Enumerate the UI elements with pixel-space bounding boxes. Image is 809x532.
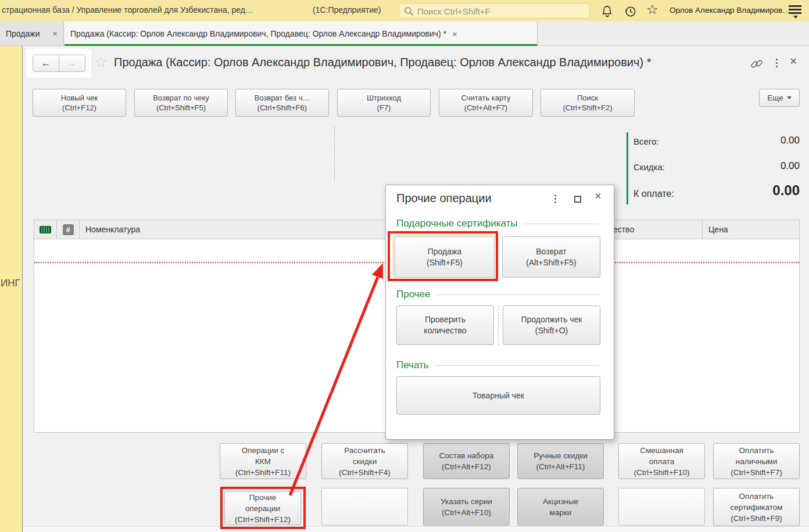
sales-receipt-button[interactable]: Товарный чек [396,376,600,415]
total-label: Всего: [633,136,659,146]
return-by-receipt-button[interactable]: Возврат по чеку (Ctrl+Shift+F5) [134,89,228,117]
window-title: страционная база / Управление торговлей … [2,5,253,15]
more-button-label: Еще [767,94,783,102]
amount-due-value: 0.00 [668,182,800,199]
excise-stamps-button[interactable]: Акцизные марки [517,488,604,526]
favorites-star-icon[interactable]: ☆ [646,2,658,17]
section-gift-certificates: Подарочные сертификаты [396,218,599,229]
background-window-text: ИНГ [1,278,20,289]
link-icon[interactable] [750,57,763,70]
other-operations-dialog: Прочие операции × Подарочные сертификаты… [385,185,614,440]
back-button[interactable]: ← [33,55,59,72]
app-name: (1С:Предприятие) [313,5,381,15]
specify-series-button[interactable]: Указать серии (Ctrl+Alt+F10) [423,488,510,526]
kkm-operations-button[interactable]: Операции с ККМ (Ctrl+Shift+F11) [220,443,306,479]
tab-close-icon[interactable]: × [52,28,58,38]
section-other: Прочее [396,289,599,300]
tab-sales-label: Продажи [6,29,40,38]
pay-certificate-button[interactable]: Оплатить сертификатом (Ctrl+Shift+F9) [713,488,800,526]
read-card-button[interactable]: Считать карту (Ctrl+Alt+F7) [439,89,533,117]
continue-receipt-button[interactable]: Продолжить чек (Shift+O) [503,305,600,345]
main-menu-icon[interactable] [789,5,803,19]
dialog-close-icon[interactable]: × [595,189,602,203]
dialog-maximize-icon[interactable] [574,196,581,203]
tab-sale-label: Продажа (Кассир: Орлов Александр Владими… [70,29,446,38]
close-form-icon[interactable]: × [790,54,797,68]
mixed-payment-button[interactable]: Смешанная оплата (Ctrl+Shift+F10) [618,443,705,479]
calculate-discounts-button[interactable]: Рассчитать скидки (Ctrl+Shift+F4) [321,443,408,479]
empty-button-slot [321,488,408,526]
user-name[interactable]: Орлов Александр Владимиров… [670,6,790,15]
tab-sales[interactable]: Продажи × [0,21,64,45]
hash-icon: # [63,224,74,235]
totals-accent-bar [627,132,628,204]
column-header-price[interactable]: Цена [703,220,799,239]
barcode-button[interactable]: Штрихкод (F7) [337,89,431,117]
manual-discounts-button[interactable]: Ручные скидки (Ctrl+Alt+F11) [517,443,604,479]
barcode-column-header[interactable] [34,220,57,239]
barcode-icon [40,226,51,233]
tabbar: Продажи × Продажа (Кассир: Орлов Алексан… [0,21,809,46]
tab-close-icon[interactable]: × [452,29,457,39]
favorite-star-icon[interactable]: ☆ [94,53,108,71]
form-footer [23,526,809,532]
chevron-down-icon [787,96,792,99]
button-group-separator [498,305,499,345]
other-operations-button[interactable]: Прочие операции (Ctrl+Shift+F12) [224,491,301,525]
empty-button-slot [618,488,705,526]
discount-value: 0.00 [668,160,800,172]
more-options-kebab-icon[interactable] [776,59,778,60]
number-column-header[interactable]: # [57,220,80,239]
notifications-bell-icon[interactable] [599,3,614,19]
forward-button[interactable]: → [59,55,85,72]
new-receipt-button[interactable]: Новый чек (Ctrl+F12) [33,89,126,117]
dialog-kebab-icon[interactable] [554,195,556,196]
set-contents-button[interactable]: Состав набора (Ctrl+Alt+F12) [423,443,510,479]
certificate-sale-button[interactable]: Продажа (Shift+F5) [395,236,495,278]
more-button[interactable]: Еще [759,89,800,107]
return-without-receipt-button[interactable]: Возврат без ч… (Ctrl+Shift+F6) [235,89,329,117]
topbar: страционная база / Управление торговлей … [0,0,809,21]
history-icon[interactable] [622,3,638,19]
active-tab-indicator [65,44,537,46]
section-print: Печать [396,360,599,371]
page-title: Продажа (Кассир: Орлов Александр Владими… [114,56,749,69]
pay-cash-button[interactable]: Оплатить наличными (Ctrl+Shift+F7) [713,443,800,479]
certificate-return-button[interactable]: Возврат (Alt+Shift+F5) [502,236,600,278]
search-placeholder: Поиск Ctrl+Shift+F [417,6,491,16]
background-window-strip: ИНГ [0,46,23,532]
global-search-input[interactable]: Поиск Ctrl+Shift+F [399,3,590,19]
search-button[interactable]: Поиск (Ctrl+Shift+F2) [540,89,635,117]
search-icon [404,6,414,16]
tab-sale-active[interactable]: Продажа (Кассир: Орлов Александр Владими… [65,21,538,46]
check-quantity-button[interactable]: Проверить количество [396,305,494,345]
form-separator [334,126,335,181]
total-value: 0.00 [668,135,800,146]
discount-label: Скидка: [633,162,665,172]
dialog-title: Прочие операции [396,192,492,205]
